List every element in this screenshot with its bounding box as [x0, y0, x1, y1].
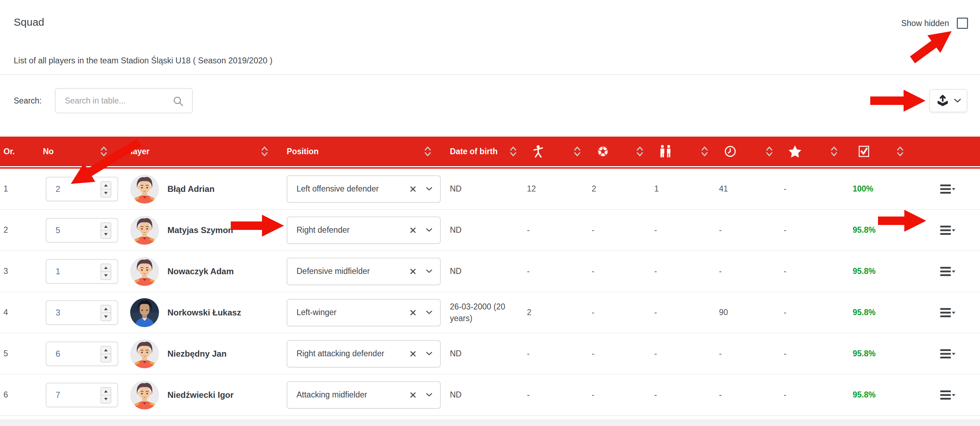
row-menu-button[interactable]	[940, 266, 956, 277]
minutes-cell: 90	[719, 308, 728, 317]
player-cell: Norkowski Łukasz	[123, 298, 279, 327]
clear-icon[interactable]	[410, 392, 416, 398]
header-cell-position[interactable]: Position	[279, 145, 441, 157]
show-hidden-checkbox[interactable]	[957, 18, 968, 29]
spinner-up-button[interactable]	[101, 182, 111, 190]
menu-bars-icon	[940, 266, 956, 277]
number-cell: 6	[39, 341, 123, 366]
spinner-up-button[interactable]	[101, 346, 111, 354]
position-select[interactable]: Attacking midfielder	[287, 381, 441, 409]
position-select[interactable]: Left-winger	[287, 299, 441, 326]
date-of-birth-cell: 26-03-2000 (20 years)	[441, 301, 524, 324]
search-input[interactable]	[56, 89, 192, 113]
order-cell: 4	[0, 308, 39, 317]
header-cell-assists[interactable]	[651, 145, 716, 158]
menu-bars-icon	[940, 225, 956, 236]
shirt-number-input[interactable]: 2	[46, 177, 118, 201]
spinner-down-button[interactable]	[101, 231, 111, 238]
spinner-up-button[interactable]	[101, 223, 111, 231]
position-cell: Attacking midfielder	[279, 381, 441, 409]
header-cell-attendance[interactable]	[846, 145, 916, 158]
minutes-cell: -	[719, 349, 722, 358]
row-menu-button[interactable]	[940, 184, 956, 194]
row-menu-button[interactable]	[940, 390, 956, 400]
header-cell-number[interactable]: No	[39, 145, 123, 157]
header-cell-minutes[interactable]	[716, 145, 781, 158]
shirt-number-input[interactable]: 1	[46, 259, 118, 284]
row-menu-button[interactable]	[940, 225, 956, 236]
assists-cell: -	[654, 225, 657, 235]
header-cell-date-of-birth[interactable]: Date of birth	[441, 145, 524, 157]
spinner-up-button[interactable]	[101, 264, 111, 272]
position-select[interactable]: Right defender	[287, 217, 441, 244]
player-name: Niezbędny Jan	[167, 349, 226, 359]
chevron-down-icon[interactable]	[426, 228, 432, 232]
player-cell: Matyjas Szymon	[123, 216, 279, 245]
number-spinner[interactable]	[100, 181, 111, 198]
chevron-down-icon[interactable]	[426, 269, 432, 273]
order-cell: 5	[0, 349, 39, 358]
clear-icon[interactable]	[410, 268, 416, 274]
chevron-down-icon[interactable]	[426, 187, 432, 191]
show-hidden-label: Show hidden	[901, 19, 949, 28]
header-cell-player[interactable]: Player	[123, 145, 279, 157]
row-menu-button[interactable]	[940, 349, 956, 359]
row-menu-button[interactable]	[940, 307, 956, 318]
chevron-down-icon[interactable]	[426, 352, 432, 356]
table-row: 4 3	[0, 292, 980, 333]
chevron-down-icon[interactable]	[426, 311, 432, 314]
sort-icon	[896, 145, 904, 157]
spinner-down-button[interactable]	[101, 190, 111, 197]
shirt-number-value: 3	[46, 308, 60, 318]
appearances-cell: -	[527, 225, 530, 235]
shirt-number-input[interactable]: 7	[46, 383, 118, 407]
athlete-icon	[532, 145, 544, 158]
header-cell-appearances[interactable]	[524, 145, 589, 158]
position-cell: Left offensive defender	[279, 176, 441, 203]
number-cell: 1	[39, 259, 123, 284]
shirt-number-input[interactable]: 3	[46, 300, 118, 325]
header-cell-rating[interactable]	[781, 145, 846, 158]
page-title: Squad	[14, 16, 966, 29]
shirt-number-value: 6	[46, 349, 60, 359]
export-button[interactable]	[929, 89, 967, 112]
spinner-up-button[interactable]	[101, 388, 111, 396]
number-spinner[interactable]	[100, 387, 111, 404]
header-cell-goals[interactable]	[589, 145, 651, 158]
player-name: Niedźwiecki Igor	[167, 390, 234, 400]
number-cell: 5	[39, 218, 123, 243]
page-header: Squad Show hidden List of all players in…	[0, 0, 980, 65]
player-name: Norkowski Łukasz	[167, 308, 241, 318]
sort-icon	[765, 145, 773, 157]
chevron-down-icon[interactable]	[426, 393, 432, 397]
rating-cell: -	[784, 349, 786, 358]
clear-icon[interactable]	[410, 310, 416, 316]
number-spinner[interactable]	[100, 222, 111, 239]
number-spinner[interactable]	[100, 346, 111, 362]
soccer-ball-icon	[597, 145, 609, 158]
position-select[interactable]: Defensive midfielder	[287, 258, 441, 285]
table-row: 2 5	[0, 210, 980, 251]
clear-icon[interactable]	[410, 186, 416, 192]
clear-icon[interactable]	[410, 351, 416, 357]
spinner-down-button[interactable]	[101, 354, 111, 362]
shirt-number-input[interactable]: 5	[46, 218, 118, 243]
position-select[interactable]: Right attacking defender	[287, 340, 441, 367]
export-tray-arrow-up-icon	[935, 94, 950, 108]
date-of-birth-cell: ND	[441, 348, 524, 359]
spinner-down-button[interactable]	[101, 313, 111, 321]
spinner-down-button[interactable]	[101, 272, 111, 279]
number-spinner[interactable]	[100, 264, 111, 280]
shirt-number-value: 1	[46, 266, 60, 276]
spinner-down-button[interactable]	[101, 396, 111, 403]
position-select[interactable]: Left offensive defender	[287, 176, 441, 203]
number-spinner[interactable]	[100, 305, 111, 321]
shirt-number-value: 5	[46, 225, 60, 235]
clear-icon[interactable]	[410, 227, 416, 233]
search-icon	[172, 96, 185, 107]
minutes-cell: -	[719, 266, 722, 276]
spinner-up-button[interactable]	[101, 305, 111, 313]
shirt-number-input[interactable]: 6	[46, 341, 118, 366]
table-body: 1 2	[0, 169, 980, 421]
menu-bars-icon	[940, 390, 956, 400]
